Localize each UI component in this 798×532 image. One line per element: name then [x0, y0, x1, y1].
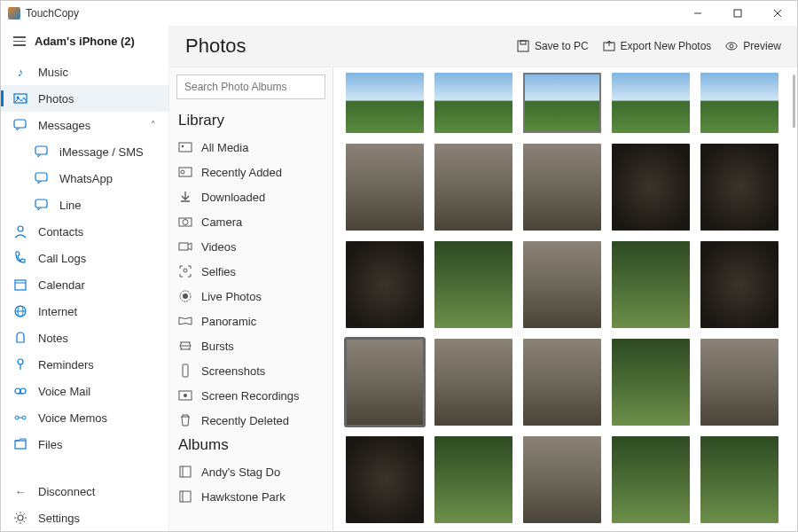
photo-grid — [346, 73, 785, 531]
preview-button[interactable]: Preview — [725, 40, 781, 52]
lib-live-photos[interactable]: Live Photos — [169, 284, 332, 309]
album-item[interactable]: Hawkstone Park — [169, 484, 332, 509]
export-new-photos-button[interactable]: Export New Photos — [603, 40, 712, 52]
nav-files[interactable]: Files — [1, 431, 168, 458]
lib-camera[interactable]: Camera — [169, 209, 332, 234]
nav-music[interactable]: ♪ Music — [1, 59, 168, 85]
nav-whatsapp[interactable]: WhatsApp — [1, 165, 168, 192]
lib-label: Panoramic — [201, 315, 256, 328]
svg-point-30 — [730, 44, 733, 48]
nav-label: Music — [38, 66, 68, 79]
svg-rect-41 — [183, 364, 188, 377]
photo-thumbnail[interactable] — [434, 241, 512, 328]
photo-thumbnail[interactable] — [434, 144, 512, 231]
photo-thumbnail[interactable] — [700, 73, 778, 133]
svg-point-22 — [22, 416, 26, 419]
svg-point-10 — [18, 226, 23, 231]
nav-label: Disconnect — [38, 485, 95, 498]
lib-all-media[interactable]: All Media — [169, 135, 332, 160]
nav-call-logs[interactable]: Call Logs — [1, 245, 168, 271]
photo-thumbnail[interactable] — [434, 73, 512, 133]
lib-videos[interactable]: Videos — [169, 234, 332, 259]
photo-icon — [13, 91, 27, 106]
photo-thumbnail[interactable] — [612, 436, 690, 523]
photo-thumbnail[interactable] — [700, 144, 778, 231]
search-container — [176, 74, 325, 99]
nav-photos[interactable]: Photos — [1, 85, 168, 112]
nav-label: Voice Memos — [38, 411, 107, 425]
photo-thumbnail[interactable] — [700, 241, 778, 328]
nav-line[interactable]: Line — [1, 192, 168, 218]
nav-voicememos[interactable]: Voice Memos — [1, 404, 168, 431]
svg-rect-46 — [180, 491, 191, 502]
lib-bursts[interactable]: Bursts — [169, 333, 332, 358]
photo-thumbnail[interactable] — [523, 436, 601, 523]
close-button[interactable] — [757, 1, 797, 26]
svg-rect-11 — [15, 280, 26, 290]
nav-disconnect[interactable]: ← Disconnect — [1, 478, 168, 505]
app-icon — [8, 7, 20, 20]
download-icon — [178, 190, 192, 204]
photo-thumbnail[interactable] — [700, 339, 778, 426]
photo-thumbnail[interactable] — [523, 241, 601, 328]
reminder-icon — [13, 357, 27, 372]
action-label: Preview — [743, 40, 781, 52]
photo-thumbnail[interactable] — [434, 436, 512, 523]
nav-messages[interactable]: Messages ˄ — [1, 112, 168, 138]
svg-point-19 — [20, 388, 26, 394]
lib-screenshots[interactable]: Screenshots — [169, 358, 332, 383]
voicememo-icon — [13, 411, 27, 425]
photo-thumbnail[interactable] — [523, 73, 601, 133]
svg-point-36 — [183, 220, 188, 225]
lib-recently-deleted[interactable]: Recently Deleted — [169, 408, 332, 433]
photo-grid-scroll[interactable] — [333, 67, 797, 531]
device-selector[interactable]: Adam's iPhone (2) — [1, 26, 168, 59]
photo-thumbnail[interactable] — [612, 241, 690, 328]
nav-reminders[interactable]: Reminders — [1, 351, 168, 378]
photo-thumbnail[interactable] — [434, 339, 512, 426]
burst-icon — [178, 339, 192, 353]
nav-settings[interactable]: Settings — [1, 505, 168, 531]
nav-label: WhatsApp — [59, 172, 113, 185]
lib-downloaded[interactable]: Downloaded — [169, 184, 332, 209]
nav-notes[interactable]: Notes — [1, 325, 168, 351]
photo-thumbnail[interactable] — [523, 144, 601, 231]
lib-panoramic[interactable]: Panoramic — [169, 309, 332, 333]
save-to-pc-button[interactable]: Save to PC — [517, 40, 589, 52]
photo-thumbnail[interactable] — [346, 144, 424, 231]
photo-thumbnail[interactable] — [346, 73, 424, 133]
maximize-button[interactable] — [717, 1, 757, 26]
photo-thumbnail[interactable] — [612, 339, 690, 426]
lib-label: Bursts — [201, 340, 234, 353]
camera-icon — [178, 215, 192, 229]
search-input[interactable] — [176, 74, 325, 99]
svg-rect-9 — [35, 200, 47, 207]
nav-contacts[interactable]: Contacts — [1, 218, 168, 245]
lib-label: Downloaded — [201, 191, 265, 204]
lib-label: Videos — [201, 240, 237, 254]
nav-imessage[interactable]: iMessage / SMS — [1, 138, 168, 165]
lib-label: Live Photos — [201, 290, 262, 303]
photo-thumbnail[interactable] — [523, 339, 601, 426]
titlebar: TouchCopy — [1, 1, 797, 26]
nav-internet[interactable]: Internet — [1, 298, 168, 325]
scrollbar-thumb[interactable] — [793, 74, 795, 128]
sidebar: Adam's iPhone (2) ♪ Music Photos Message… — [1, 26, 169, 531]
lib-selfies[interactable]: Selfies — [169, 259, 332, 284]
nav-label: Reminders — [38, 358, 94, 372]
globe-icon — [13, 304, 27, 318]
photo-thumbnail[interactable] — [346, 241, 424, 328]
photo-thumbnail[interactable] — [612, 144, 690, 231]
lib-screen-recordings[interactable]: Screen Recordings — [169, 383, 332, 408]
selfie-icon — [178, 264, 192, 278]
album-item[interactable]: Andy's Stag Do — [169, 459, 332, 484]
photo-thumbnail[interactable] — [346, 339, 424, 426]
voicemail-icon — [13, 384, 27, 398]
lib-recently-added[interactable]: Recently Added — [169, 160, 332, 184]
photo-thumbnail[interactable] — [346, 436, 424, 523]
nav-calendar[interactable]: Calendar — [1, 271, 168, 298]
photo-thumbnail[interactable] — [612, 73, 690, 133]
minimize-button[interactable] — [677, 1, 717, 26]
photo-thumbnail[interactable] — [700, 436, 778, 523]
nav-voicemail[interactable]: Voice Mail — [1, 378, 168, 404]
